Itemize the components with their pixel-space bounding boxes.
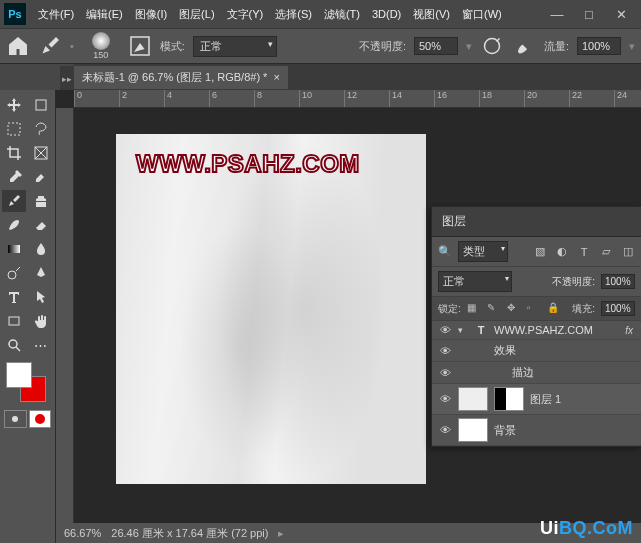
color-swatches[interactable] [2, 358, 53, 406]
menu-select[interactable]: 选择(S) [269, 3, 318, 26]
opacity-input[interactable]: 50% [414, 37, 458, 55]
opacity-label: 不透明度: [359, 39, 406, 54]
layers-panel: 图层 🔍 类型 ▧ ◐ T ▱ ◫ 正常 不透明度: 100% 锁定: ▦ ✎ … [431, 206, 641, 447]
menu-3d[interactable]: 3D(D) [366, 4, 407, 24]
marquee-tool[interactable] [2, 118, 26, 140]
flow-label: 流量: [544, 39, 569, 54]
crop-tool[interactable] [2, 142, 26, 164]
history-brush-tool[interactable] [2, 214, 26, 236]
eraser-tool[interactable] [29, 214, 53, 236]
layer-opacity-input[interactable]: 100% [601, 274, 635, 289]
layer-fx-effects[interactable]: 👁 效果 [432, 340, 641, 362]
tab-close-icon[interactable]: × [273, 71, 279, 83]
visibility-icon[interactable]: 👁 [438, 424, 452, 436]
zoom-level[interactable]: 66.67% [64, 527, 101, 539]
move-tool[interactable] [2, 94, 26, 116]
layer-thumbnail[interactable] [458, 418, 488, 442]
layer-name[interactable]: 背景 [494, 423, 516, 438]
artboard-tool[interactable] [29, 94, 53, 116]
fx-badge[interactable]: fx [625, 325, 635, 336]
menu-file[interactable]: 文件(F) [32, 3, 80, 26]
blur-tool[interactable] [29, 238, 53, 260]
document-tab-bar: 未标题-1 @ 66.7% (图层 1, RGB/8#) * × [74, 64, 641, 90]
pressure-opacity-icon[interactable] [480, 34, 504, 58]
pen-tool[interactable] [29, 262, 53, 284]
flow-input[interactable]: 100% [577, 37, 621, 55]
rectangle-tool[interactable] [2, 310, 26, 332]
layer-1[interactable]: 👁 图层 1 [432, 384, 641, 415]
brush-tool-icon[interactable] [38, 34, 62, 58]
eyedropper-tool[interactable] [2, 166, 26, 188]
foreground-swatch[interactable] [6, 362, 32, 388]
visibility-icon[interactable]: 👁 [438, 345, 452, 357]
layer-text[interactable]: 👁 ▾ T WWW.PSAHZ.COM fx [432, 321, 641, 340]
lock-all-icon[interactable]: 🔒 [547, 302, 561, 316]
expand-collapse-icon[interactable]: ▸▸ [60, 66, 74, 92]
lock-move-icon[interactable]: ✥ [507, 302, 521, 316]
quickmask-mask-icon[interactable] [29, 410, 52, 428]
quickmask-standard-icon[interactable] [4, 410, 27, 428]
tool-palette: ⋯ [0, 90, 56, 543]
collapse-icon[interactable]: ▾ [458, 325, 468, 335]
menu-view[interactable]: 视图(V) [407, 3, 456, 26]
document-canvas[interactable]: WWW.PSAHZ.COM [116, 134, 426, 484]
window-close[interactable]: ✕ [605, 2, 637, 26]
healing-brush-tool[interactable] [29, 166, 53, 188]
hand-tool[interactable] [29, 310, 53, 332]
ruler-horizontal: 02468101214161820222426 [74, 90, 641, 108]
window-minimize[interactable]: ― [541, 2, 573, 26]
menu-edit[interactable]: 编辑(E) [80, 3, 129, 26]
layer-fill-input[interactable]: 100% [601, 301, 635, 316]
filter-pixel-icon[interactable]: ▧ [533, 245, 547, 259]
lasso-tool[interactable] [29, 118, 53, 140]
path-select-tool[interactable] [29, 286, 53, 308]
svg-point-10 [12, 416, 18, 422]
frame-tool[interactable] [29, 142, 53, 164]
layer-background[interactable]: 👁 背景 [432, 415, 641, 446]
blend-mode-label: 模式: [160, 39, 185, 54]
filter-shape-icon[interactable]: ▱ [599, 245, 613, 259]
layer-mask-thumbnail[interactable] [494, 387, 524, 411]
airbrush-icon[interactable] [512, 34, 536, 58]
zoom-tool[interactable] [2, 334, 26, 356]
edit-toolbar-icon[interactable]: ⋯ [29, 334, 53, 356]
brush-tool[interactable] [2, 190, 26, 212]
menu-layer[interactable]: 图层(L) [173, 3, 220, 26]
menu-window[interactable]: 窗口(W) [456, 3, 508, 26]
layer-blend-select[interactable]: 正常 [438, 271, 512, 292]
visibility-icon[interactable]: 👁 [438, 393, 452, 405]
menu-filter[interactable]: 滤镜(T) [318, 3, 366, 26]
filter-adjust-icon[interactable]: ◐ [555, 245, 569, 259]
dodge-tool[interactable] [2, 262, 26, 284]
visibility-icon[interactable]: 👁 [438, 367, 452, 379]
brush-size-label: 150 [93, 50, 108, 60]
document-tab[interactable]: 未标题-1 @ 66.7% (图层 1, RGB/8#) * × [74, 66, 288, 89]
ruler-vertical [56, 108, 74, 523]
home-icon[interactable] [6, 34, 30, 58]
menu-type[interactable]: 文字(Y) [221, 3, 270, 26]
layer-name[interactable]: 图层 1 [530, 392, 561, 407]
window-maximize[interactable]: □ [573, 2, 605, 26]
filter-smart-icon[interactable]: ◫ [621, 245, 635, 259]
lock-position-icon[interactable]: ✎ [487, 302, 501, 316]
options-bar: • 150 模式: 正常 不透明度: 50% ▾ 流量: 100% ▾ [0, 28, 641, 64]
menu-image[interactable]: 图像(I) [129, 3, 173, 26]
filter-type-icon[interactable]: T [577, 245, 591, 259]
type-tool[interactable] [2, 286, 26, 308]
layer-filter-select[interactable]: 类型 [458, 241, 508, 262]
doc-dimensions: 26.46 厘米 x 17.64 厘米 (72 ppi) [111, 526, 268, 541]
layer-name[interactable]: WWW.PSAHZ.COM [494, 324, 593, 336]
clone-stamp-tool[interactable] [29, 190, 53, 212]
gradient-tool[interactable] [2, 238, 26, 260]
lock-pixels-icon[interactable]: ▦ [467, 302, 481, 316]
lock-artboard-icon[interactable]: ▫ [527, 302, 541, 316]
layers-panel-tab[interactable]: 图层 [432, 207, 641, 237]
search-icon[interactable]: 🔍 [438, 245, 452, 259]
visibility-icon[interactable]: 👁 [438, 324, 452, 336]
blend-mode-select[interactable]: 正常 [193, 36, 277, 57]
layer-fx-stroke[interactable]: 👁 描边 [432, 362, 641, 384]
brush-preset-picker[interactable]: 150 [82, 32, 120, 60]
svg-rect-7 [9, 317, 19, 325]
layer-thumbnail[interactable] [458, 387, 488, 411]
brush-panel-icon[interactable] [128, 34, 152, 58]
